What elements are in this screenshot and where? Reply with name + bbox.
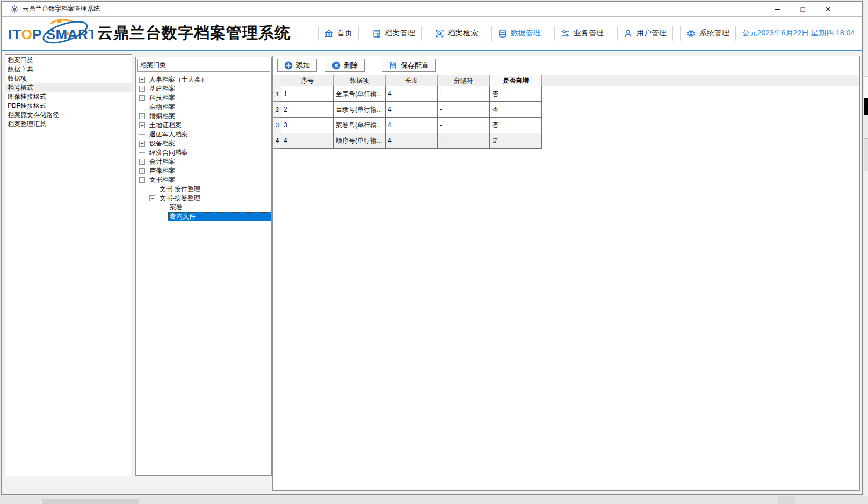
sidebar-item[interactable]: 数据项 (5, 74, 132, 83)
expand-icon[interactable]: + (139, 86, 145, 92)
tree-item[interactable]: +土地证档案 (136, 121, 271, 130)
nav-button-search[interactable]: 档案检索 (429, 26, 484, 41)
tree-item-label: 婚姻档案 (148, 112, 177, 121)
minimize-button[interactable]: ─ (765, 2, 790, 16)
table-cell[interactable]: 4 (281, 133, 334, 149)
sidebar-item[interactable]: 档案门类 (5, 56, 132, 65)
table-cell[interactable]: 2 (281, 102, 334, 118)
sidebar-item[interactable]: PDF挂接格式 (5, 101, 132, 111)
tree-item-label: 实物档案 (148, 103, 177, 112)
table-cell[interactable]: 目录号(单行输... (334, 102, 386, 118)
category-tree-panel: 档案门类 +人事档案（十大类）+基建档案+科技档案实物档案+婚姻档案+土地证档案… (135, 57, 272, 476)
table-cell[interactable]: 案卷号(单行输... (334, 118, 386, 133)
header: ITOP SMART 云鼎兰台数字档案管理系统 首页档案管理档案检索数据管理业务… (2, 17, 862, 51)
table-cell[interactable]: 否 (490, 102, 542, 118)
table-cell[interactable]: 4 (386, 118, 438, 133)
tree-item[interactable]: +科技档案 (136, 93, 271, 103)
expand-icon[interactable]: + (139, 95, 145, 101)
tree-item[interactable]: 卷内文件 (136, 212, 271, 221)
chip-icon (686, 29, 696, 38)
toolbar-button-label: 删除 (344, 61, 358, 70)
table-cell[interactable]: 1 (281, 86, 334, 102)
nav-button-user[interactable]: 用户管理 (617, 26, 673, 41)
nav-button-home[interactable]: 首页 (318, 26, 359, 41)
tree-item[interactable]: +设备档案 (136, 139, 271, 148)
nav-button-archive[interactable]: 档案管理 (366, 26, 422, 41)
expand-icon[interactable]: + (139, 141, 145, 147)
tree-item[interactable]: −文书档案 (136, 176, 271, 185)
tree-item[interactable]: 案卷 (136, 203, 271, 212)
table-row[interactable]: 22目录号(单行输...4-否 (273, 102, 542, 118)
tree-item[interactable]: 退伍军人档案 (136, 130, 271, 139)
table-row[interactable]: 11全宗号(单行输...4-否 (273, 86, 542, 102)
toolbar: 添加删除保存配置 (273, 56, 859, 74)
person-icon (624, 29, 633, 38)
nav-button-business[interactable]: 业务管理 (554, 26, 610, 41)
table-cell[interactable]: 是 (490, 133, 542, 149)
tree-item[interactable]: 文书-按件整理 (136, 185, 271, 194)
nav-button-system[interactable]: 系统管理 (680, 26, 736, 41)
tree-item-label: 科技档案 (148, 93, 177, 103)
table-cell[interactable]: 否 (490, 86, 542, 102)
sidebar-item[interactable]: 档号格式 (5, 83, 132, 92)
collapse-icon[interactable]: − (149, 195, 155, 201)
table-cell[interactable]: 3 (281, 118, 334, 133)
table-cell[interactable]: - (438, 86, 490, 102)
column-header[interactable]: 长度 (386, 75, 438, 86)
tree-item[interactable]: +声像档案 (136, 166, 271, 176)
tree-item[interactable]: +基建档案 (136, 84, 271, 93)
table-row[interactable]: 44顺序号(单行输...4-是 (273, 133, 542, 149)
nav-button-data[interactable]: 数据管理 (491, 26, 547, 41)
expand-icon[interactable]: + (139, 168, 145, 174)
sliders-icon (561, 29, 570, 38)
row-header-cell[interactable]: 2 (273, 102, 281, 118)
grid-body: 11全宗号(单行输...4-否22目录号(单行输...4-否33案卷号(单行输.… (273, 86, 859, 149)
sidebar-item[interactable]: 图像挂接格式 (5, 92, 132, 101)
table-cell[interactable]: - (438, 102, 490, 118)
column-header[interactable]: 分隔符 (438, 75, 490, 86)
tree-item[interactable]: −文书-按卷整理 (136, 194, 271, 203)
config-panel: 添加删除保存配置 序号数据项长度分隔符是否自增 11全宗号(单行输...4-否2… (272, 56, 860, 491)
sidebar-item[interactable]: 数据字典 (5, 65, 132, 74)
save-button[interactable]: 保存配置 (382, 59, 436, 72)
maximize-button[interactable]: □ (790, 2, 815, 16)
column-header[interactable]: 序号 (281, 75, 334, 86)
collapse-icon[interactable]: − (139, 177, 145, 183)
document-icon (372, 29, 381, 38)
row-header-cell[interactable]: 1 (273, 86, 281, 102)
content-area: 档案门类数据字典数据项档号格式图像挂接格式PDF挂接格式档案原文存储路径档案整理… (2, 52, 862, 494)
grid-corner-cell[interactable] (273, 75, 281, 86)
table-cell[interactable]: 顺序号(单行输... (334, 133, 386, 149)
expand-icon[interactable]: + (139, 159, 145, 165)
table-cell[interactable]: 4 (386, 133, 438, 149)
sidebar-item[interactable]: 档案原文存储路径 (5, 111, 132, 120)
nav-label: 首页 (337, 28, 352, 38)
expand-icon[interactable]: + (139, 122, 145, 128)
nav-label: 业务管理 (574, 28, 604, 38)
table-cell[interactable]: - (438, 118, 490, 133)
add-button[interactable]: 添加 (277, 59, 317, 72)
svg-text:ITOP SMART: ITOP SMART (8, 26, 93, 42)
table-cell[interactable]: 4 (386, 102, 438, 118)
tree-item[interactable]: +会计档案 (136, 157, 271, 166)
table-cell[interactable]: - (438, 133, 490, 149)
expand-icon[interactable]: + (139, 77, 145, 83)
table-row[interactable]: 33案卷号(单行输...4-否 (273, 118, 542, 133)
expand-icon[interactable]: + (139, 113, 145, 119)
tree-item[interactable]: 经济合同档案 (136, 148, 271, 157)
table-cell[interactable]: 全宗号(单行输... (334, 86, 386, 102)
column-header[interactable]: 是否自增 (490, 75, 542, 86)
tree-item[interactable]: 实物档案 (136, 103, 271, 112)
edge-fragment (864, 139, 868, 171)
table-cell[interactable]: 否 (490, 118, 542, 133)
tree-item[interactable]: +人事档案（十大类） (136, 75, 271, 84)
close-button[interactable]: ✕ (815, 2, 841, 16)
row-header-cell[interactable]: 3 (273, 118, 281, 133)
sidebar-item[interactable]: 档案整理汇总 (5, 120, 132, 129)
row-header-cell[interactable]: 4 (273, 133, 281, 149)
column-header[interactable]: 数据项 (334, 75, 386, 86)
plus-circle-icon (284, 61, 293, 70)
delete-button[interactable]: 删除 (325, 59, 365, 72)
tree-item[interactable]: +婚姻档案 (136, 112, 271, 121)
table-cell[interactable]: 4 (386, 86, 438, 102)
